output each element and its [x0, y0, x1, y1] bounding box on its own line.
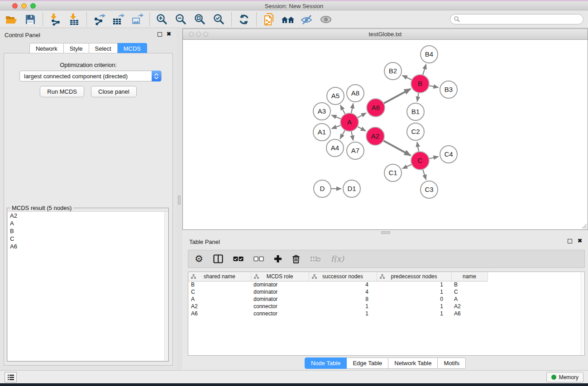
table-toolbar: ⚙ [188, 250, 585, 268]
table-row[interactable]: Cdominator41C [188, 288, 585, 295]
export-network-button[interactable] [91, 13, 107, 26]
result-item[interactable]: A6 [8, 243, 168, 250]
delete-table-button[interactable] [310, 252, 321, 266]
mcds-result-list[interactable]: A2ABCA6 [8, 211, 168, 361]
deselect-all-button[interactable] [253, 252, 264, 266]
import-table-button[interactable] [67, 13, 82, 26]
tab-motifs[interactable]: Motifs [438, 357, 466, 369]
table-cell: A2 [188, 303, 251, 310]
table-close-panel-icon[interactable]: ✖ [578, 238, 582, 244]
show-all-button[interactable] [318, 13, 334, 26]
open-session-button[interactable] [4, 13, 19, 26]
run-mcds-button[interactable]: Run MCDS [40, 86, 84, 97]
hide-selected-button[interactable] [299, 13, 315, 26]
table-float-panel-icon[interactable] [568, 239, 572, 243]
column-header-MCDS-role[interactable]: MCDS role [251, 272, 309, 281]
result-item[interactable]: A [8, 219, 168, 227]
splitter-handle[interactable] [178, 195, 181, 205]
function-builder-button[interactable]: f(x) [331, 252, 344, 266]
toolbar-separator [86, 13, 87, 26]
zoom-fit-button[interactable] [192, 13, 208, 26]
table-row[interactable]: Bdominator41B [188, 281, 585, 288]
graph-node-C[interactable]: C [411, 152, 429, 170]
export-table-button[interactable] [110, 13, 126, 26]
column-header-shared-name[interactable]: shared name [188, 272, 251, 281]
graph-node-C2[interactable]: C2 [407, 123, 424, 140]
graph-node-A8[interactable]: A8 [347, 85, 364, 102]
graph-node-B4[interactable]: B4 [421, 46, 438, 63]
import-network-button[interactable] [48, 13, 63, 26]
table-cell: C [451, 288, 488, 295]
graph-node-C3[interactable]: C3 [421, 181, 438, 198]
table-cell: 1 [377, 303, 451, 310]
result-list-scrollbar[interactable] [164, 212, 168, 361]
vertical-splitter[interactable] [177, 28, 182, 370]
horizontal-splitter-handle[interactable] [381, 231, 390, 234]
column-header-name[interactable]: name [451, 272, 488, 281]
graph-node-B[interactable]: B [411, 75, 429, 93]
graph-node-A3[interactable]: A3 [313, 103, 330, 120]
application-window: Session: New Session [0, 0, 588, 386]
tab-edge-table[interactable]: Edge Table [347, 357, 388, 369]
zoom-selected-button[interactable] [211, 13, 227, 26]
refresh-layout-button[interactable] [236, 13, 252, 26]
control-panel-header: Control Panel ✖ [0, 28, 177, 41]
delete-selected-button[interactable] [292, 252, 300, 266]
graph-node-B3[interactable]: B3 [440, 81, 457, 98]
resize-grip-icon[interactable] [581, 223, 587, 229]
tab-node-table[interactable]: Node Table [305, 357, 347, 369]
network-canvas[interactable]: B4B2BB3A8A5A6B1A3AA1C2A2A4A7C4CC1C3DD1 [183, 40, 588, 229]
search-input[interactable] [450, 14, 583, 24]
float-panel-icon[interactable] [158, 32, 162, 37]
graph-node-A4[interactable]: A4 [326, 139, 344, 157]
table-settings-button[interactable]: ⚙ [195, 252, 203, 266]
criterion-select[interactable]: largest connected component (directed) [19, 71, 162, 81]
table-cell-filler [488, 303, 585, 310]
add-column-button[interactable] [274, 252, 282, 266]
graph-node-A2[interactable]: A2 [366, 127, 384, 145]
toggle-panel-layout-button[interactable] [213, 252, 223, 266]
column-header-successor-nodes[interactable]: successor nodes [309, 272, 377, 281]
graph-node-A[interactable]: A [340, 113, 359, 131]
graph-node-D1[interactable]: D1 [343, 180, 360, 197]
export-image-button[interactable] [129, 13, 145, 26]
table-scrollbar[interactable] [581, 272, 584, 355]
save-session-button[interactable] [23, 13, 38, 26]
result-item[interactable]: B [8, 227, 168, 235]
graph-node-C4[interactable]: C4 [440, 146, 457, 163]
select-all-button[interactable] [233, 252, 244, 266]
graph-node-A1[interactable]: A1 [313, 124, 330, 141]
svg-text:A8: A8 [351, 89, 359, 97]
svg-text:B3: B3 [445, 86, 453, 93]
table-row[interactable]: A6connector11A6 [188, 310, 585, 317]
network-graph[interactable]: B4B2BB3A8A5A6B1A3AA1C2A2A4A7C4CC1C3DD1 [183, 40, 588, 229]
list-icon [7, 374, 14, 381]
column-header-predecessor-nodes[interactable]: predecessor nodes [377, 272, 451, 281]
zoom-in-button[interactable] [154, 13, 170, 26]
result-item[interactable]: C [8, 235, 168, 243]
table-panel: Table Panel ✖ ⚙ [182, 235, 588, 369]
graph-node-C1[interactable]: C1 [384, 164, 402, 181]
first-neighbors-button[interactable] [280, 13, 296, 26]
graph-node-B1[interactable]: B1 [407, 103, 424, 120]
graph-node-A6[interactable]: A6 [367, 99, 385, 117]
close-panel-icon[interactable]: ✖ [167, 31, 171, 37]
network-window-titlebar[interactable]: testGlobe.txt [183, 29, 588, 40]
close-panel-button[interactable]: Close panel [91, 86, 137, 97]
graph-node-D[interactable]: D [314, 180, 331, 197]
result-item[interactable]: A2 [8, 212, 168, 219]
graph-node-A7[interactable]: A7 [347, 142, 364, 159]
memory-button[interactable]: Memory [546, 372, 583, 382]
table-row[interactable]: A2connector11A2 [188, 303, 585, 310]
zoom-out-button[interactable] [173, 13, 189, 26]
table-cell: B [451, 281, 488, 288]
graph-node-B2[interactable]: B2 [384, 62, 402, 80]
graph-node-A5[interactable]: A5 [327, 87, 344, 105]
tab-network-table[interactable]: Network Table [388, 357, 438, 369]
table-row[interactable]: Adominator80A [188, 295, 585, 303]
task-history-button[interactable] [5, 372, 17, 382]
control-panel-title: Control Panel [5, 32, 40, 38]
gear-icon: ⚙ [195, 254, 203, 264]
new-network-from-selection-button[interactable] [261, 13, 277, 26]
unchecked-boxes-icon [253, 256, 264, 262]
